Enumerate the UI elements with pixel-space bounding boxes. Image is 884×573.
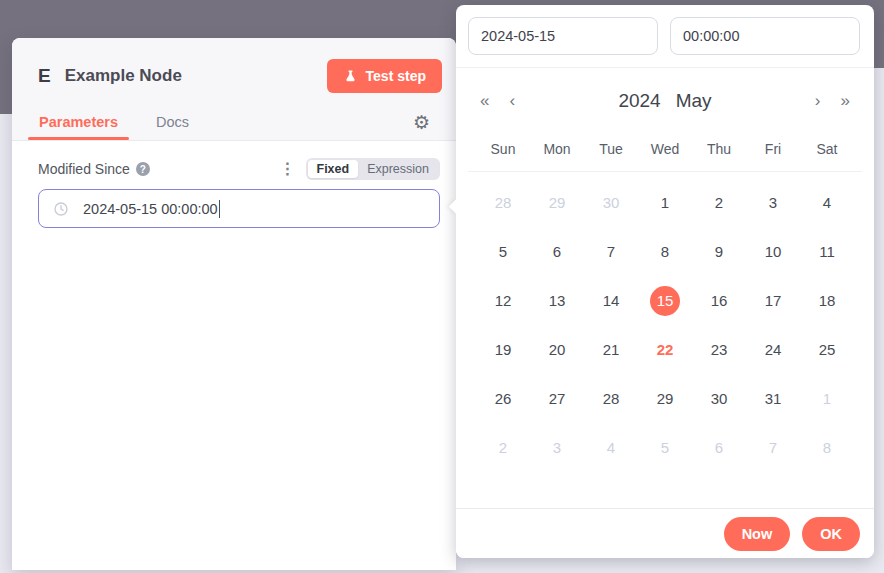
calendar-day-cell[interactable]: 17 <box>746 276 800 325</box>
calendar-day-cell[interactable]: 28 <box>476 178 530 227</box>
calendar-day-cell[interactable]: 30 <box>692 374 746 423</box>
calendar-day-cell[interactable]: 6 <box>692 423 746 472</box>
test-step-label: Test step <box>366 68 426 84</box>
picker-input-row <box>456 5 874 68</box>
canvas-left-background <box>0 68 12 114</box>
picker-date-input[interactable] <box>468 17 658 55</box>
ok-button[interactable]: OK <box>802 517 860 551</box>
calendar-day-cell[interactable]: 28 <box>584 374 638 423</box>
weekday-header: Sun Mon Tue Wed Thu Fri Sat <box>468 133 862 172</box>
calendar-day-grid: 2829301234567891011121314151617181920212… <box>456 172 874 472</box>
calendar-day-cell[interactable]: 26 <box>476 374 530 423</box>
calendar-day-cell[interactable]: 11 <box>800 227 854 276</box>
parameters-body: Modified Since ? ⋮ Fixed Expression 2024… <box>12 141 456 228</box>
toggle-fixed[interactable]: Fixed <box>308 160 359 178</box>
prev-year-icon[interactable]: « <box>480 92 489 109</box>
calendar-day-cell[interactable]: 5 <box>638 423 692 472</box>
calendar-day-cell[interactable]: 1 <box>800 374 854 423</box>
weekday-label: Sat <box>800 141 854 157</box>
calendar-day-cell[interactable]: 2 <box>476 423 530 472</box>
calendar-day-cell[interactable]: 2 <box>692 178 746 227</box>
options-dots-icon[interactable]: ⋮ <box>280 161 296 177</box>
calendar-day-cell[interactable]: 31 <box>746 374 800 423</box>
calendar-day-cell[interactable]: 10 <box>746 227 800 276</box>
calendar-day-cell[interactable]: 27 <box>530 374 584 423</box>
calendar-day-cell[interactable]: 7 <box>746 423 800 472</box>
text-caret <box>219 200 221 218</box>
calendar-day-cell[interactable]: 19 <box>476 325 530 374</box>
next-year-icon[interactable]: » <box>841 92 850 109</box>
clock-icon <box>53 201 69 217</box>
parameter-label: Modified Since <box>38 161 130 177</box>
picker-time-input[interactable] <box>670 17 860 55</box>
node-title[interactable]: Example Node <box>65 66 327 86</box>
weekday-label: Wed <box>638 141 692 157</box>
calendar-day-cell[interactable]: 8 <box>638 227 692 276</box>
calendar-day-cell[interactable]: 3 <box>530 423 584 472</box>
help-icon[interactable]: ? <box>136 162 150 176</box>
calendar-day-cell[interactable]: 6 <box>530 227 584 276</box>
calendar-day-cell[interactable]: 23 <box>692 325 746 374</box>
fixed-expression-toggle: Fixed Expression <box>306 158 441 180</box>
modified-since-input[interactable]: 2024-05-15 00:00:00 <box>38 189 440 228</box>
calendar-day-cell[interactable]: 16 <box>692 276 746 325</box>
calendar-day-cell[interactable]: 3 <box>746 178 800 227</box>
calendar-day-cell[interactable]: 21 <box>584 325 638 374</box>
calendar-day-cell[interactable]: 14 <box>584 276 638 325</box>
calendar-day-cell[interactable]: 13 <box>530 276 584 325</box>
calendar-day-cell[interactable]: 25 <box>800 325 854 374</box>
calendar-day-cell[interactable]: 29 <box>638 374 692 423</box>
weekday-label: Fri <box>746 141 800 157</box>
toggle-expression[interactable]: Expression <box>358 160 438 178</box>
now-button[interactable]: Now <box>724 517 791 551</box>
tab-bar: Parameters Docs ⚙ <box>12 94 456 140</box>
node-icon: E <box>38 65 51 87</box>
calendar-day-cell[interactable]: 9 <box>692 227 746 276</box>
calendar-day-cell[interactable]: 5 <box>476 227 530 276</box>
calendar-day-cell[interactable]: 8 <box>800 423 854 472</box>
calendar-nav: « ‹ 2024 May › » <box>456 68 874 133</box>
weekday-label: Mon <box>530 141 584 157</box>
calendar-day-cell[interactable]: 30 <box>584 178 638 227</box>
calendar-day-cell[interactable]: 12 <box>476 276 530 325</box>
flask-icon <box>343 69 358 84</box>
modified-since-value: 2024-05-15 00:00:00 <box>83 201 218 217</box>
year-select[interactable]: 2024 <box>618 90 660 112</box>
weekday-label: Thu <box>692 141 746 157</box>
calendar-day-cell[interactable]: 7 <box>584 227 638 276</box>
calendar-day-cell[interactable]: 15 <box>638 276 692 325</box>
tab-parameters[interactable]: Parameters <box>28 108 129 140</box>
tab-docs[interactable]: Docs <box>145 108 200 140</box>
calendar-day-cell[interactable]: 29 <box>530 178 584 227</box>
test-step-button[interactable]: Test step <box>327 59 442 93</box>
calendar-day-cell[interactable]: 24 <box>746 325 800 374</box>
calendar-day-cell[interactable]: 22 <box>638 325 692 374</box>
next-month-icon[interactable]: › <box>815 92 821 109</box>
weekday-label: Tue <box>584 141 638 157</box>
weekday-label: Sun <box>476 141 530 157</box>
picker-footer: Now OK <box>456 508 874 558</box>
node-settings-panel: E Example Node Test step Parameters Docs… <box>12 38 456 570</box>
calendar-day-cell[interactable]: 4 <box>800 178 854 227</box>
calendar-day-cell[interactable]: 18 <box>800 276 854 325</box>
calendar-day-cell[interactable]: 1 <box>638 178 692 227</box>
month-select[interactable]: May <box>676 90 712 112</box>
calendar-day-cell[interactable]: 4 <box>584 423 638 472</box>
calendar-day-cell[interactable]: 20 <box>530 325 584 374</box>
node-panel-header: E Example Node Test step Parameters Docs… <box>12 38 456 141</box>
gear-icon[interactable]: ⚙ <box>413 113 438 140</box>
datetime-picker-popover: « ‹ 2024 May › » Sun Mon Tue Wed Thu Fri… <box>456 5 874 558</box>
